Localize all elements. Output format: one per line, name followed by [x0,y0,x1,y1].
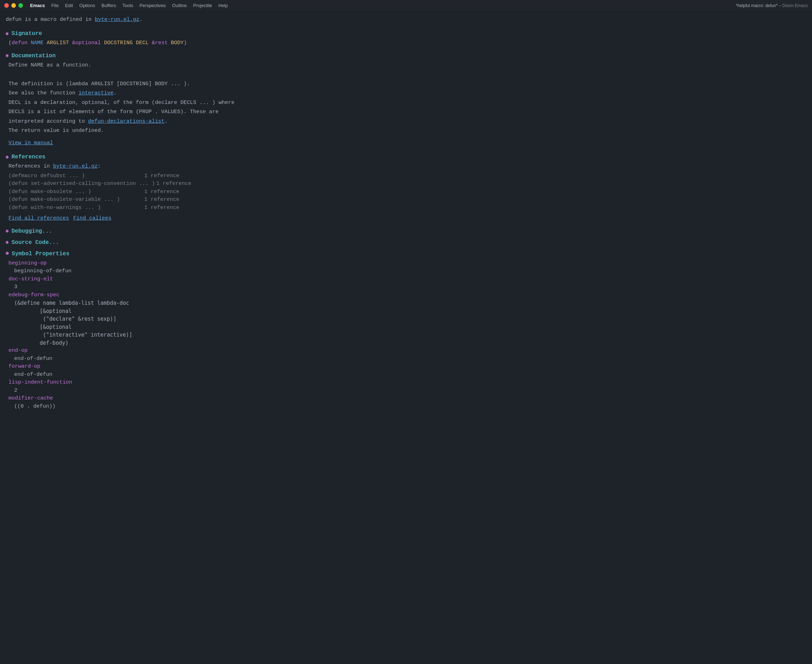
prop-value-6: ((0 . defun)) [6,403,419,411]
doc-para-4: DECL is a declaration, optional, of the … [6,99,419,107]
menu-bar: Emacs File Edit Options Buffers Tools Pe… [30,2,733,9]
menu-options[interactable]: Options [79,2,95,9]
debugging-bullet: ◉ [6,227,8,235]
source-code-bullet: ◉ [6,239,8,246]
view-manual-link[interactable]: View in manual [8,139,53,147]
file-link[interactable]: byte-run.el.gz [95,16,139,23]
signature-title: Signature [11,29,42,38]
prop-value-5: 2 [6,387,419,395]
references-file-line: References in byte-run.el.gz: [6,163,419,171]
menu-help[interactable]: Help [218,2,228,9]
traffic-lights [4,3,23,8]
buffer-name: *helpful macro: defun* [736,3,778,8]
interactive-link[interactable]: interactive [78,90,114,96]
menu-perspectives[interactable]: Perspectives [139,2,166,9]
prop-value-4: end-of-defun [6,371,419,379]
symbol-properties-bullet: ◉ [6,250,9,258]
menu-buffers[interactable]: Buffers [101,2,116,9]
doc-para-1: Define NAME as a function. [6,62,419,70]
defun-declarations-link[interactable]: defun-declarations-alist [88,119,164,124]
ref-code-4: (defun with-no-warnings ... ) [8,204,143,212]
doc-para-3: See also the function interactive. [6,90,419,98]
documentation-section: ◉ Documentation Define NAME as a functio… [6,52,419,149]
doc-para-7: The return value is undefined. [6,127,419,135]
documentation-title: Documentation [11,52,55,60]
table-row: (defun set-advertised-calling-convention… [6,180,419,188]
view-in-manual: View in manual [6,137,419,149]
maximize-button[interactable] [18,3,23,8]
doc-blank [6,71,419,79]
prop-name-4: forward-op [6,363,419,371]
signature-section: ◉ Signature (defun NAME ARGLIST &optiona… [6,29,419,47]
find-callees-link[interactable]: Find callees [73,215,111,223]
menu-outline[interactable]: Outline [172,2,187,9]
title-bar: Emacs File Edit Options Buffers Tools Pe… [0,0,812,12]
signature-code: (defun NAME ARGLIST &optional DOCSTRING … [6,39,419,47]
signature-bullet: ◉ [6,30,8,37]
table-row: (defun with-no-warnings ... ) 1 referenc… [6,204,419,212]
prop-name-6: modifier-cache [6,395,419,403]
ref-code-3: (defun make-obsolete-variable ... ) [8,196,143,204]
reference-links: Find all references Find callees [6,215,419,223]
references-bullet: ◉ [6,153,8,161]
menu-file[interactable]: File [51,2,59,9]
prop-value-0: beginning-of-defun [6,267,419,275]
prop-name-5: lisp-indent-function [6,379,419,387]
prop-value-2: (&define name lambda-list lambda-doc [&o… [6,299,419,347]
symbol-properties-title: Symbol Properties [12,250,69,258]
documentation-bullet: ◉ [6,52,8,59]
ref-count-4: 1 reference [144,204,179,212]
debugging-header: ◉ Debugging... [6,227,419,236]
references-header-row: ◉ References [6,153,419,161]
doc-para-5: DECLS is a list of elements of the form … [6,108,419,116]
signature-header: ◉ Signature [6,29,419,38]
ref-code-2: (defun make-obsolete ... ) [8,188,143,196]
header-line: defun is a macro defined in byte-run.el.… [6,16,419,24]
prop-name-2: edebug-form-spec [6,291,419,299]
doc-para-2: The definition is (lambda ARGLIST [DOCST… [6,80,419,88]
source-code-header: ◉ Source Code... [6,238,419,247]
table-row: (defmacro defsubst ... ) 1 reference [6,172,419,180]
ref-code-0: (defmacro defsubst ... ) [8,172,143,180]
close-button[interactable] [4,3,9,8]
ref-code-1: (defun set-advertised-calling-convention… [8,180,155,188]
source-code-section: ◉ Source Code... [6,238,419,247]
app-label: – Doom Emacs [779,3,808,8]
references-title: References [11,153,45,161]
source-code-title: Source Code... [11,238,59,247]
table-row: (defun make-obsolete ... ) 1 reference [6,188,419,196]
debugging-section: ◉ Debugging... [6,227,419,236]
table-row: (defun make-obsolete-variable ... ) 1 re… [6,196,419,204]
find-all-references-link[interactable]: Find all references [8,215,69,223]
doc-para-6: interpreted according to defun-declarati… [6,118,419,126]
minimize-button[interactable] [11,3,16,8]
main-content: defun is a macro defined in byte-run.el.… [0,12,425,419]
symbol-properties-section: ◉ Symbol Properties beginning-op beginni… [6,250,419,411]
prop-name-3: end-op [6,347,419,355]
menu-edit[interactable]: Edit [65,2,73,9]
header-suffix: . [139,16,143,23]
references-file-link[interactable]: byte-run.el.gz [53,163,98,169]
menu-emacs[interactable]: Emacs [30,2,45,9]
menu-tools[interactable]: Tools [122,2,133,9]
ref-count-2: 1 reference [144,188,179,196]
references-file-text: References in [8,163,53,169]
menu-projectile[interactable]: Projectile [193,2,212,9]
prop-name-0: beginning-op [6,260,419,268]
prop-name-1: doc-string-elt [6,275,419,283]
ref-count-1: 1 reference [156,180,191,188]
prop-value-3: end-of-defun [6,355,419,363]
prop-value-1: 3 [6,283,419,291]
references-section: ◉ References References in byte-run.el.g… [6,153,419,223]
header-text: defun is a macro defined in [6,16,95,23]
debugging-title: Debugging... [11,227,52,236]
title-right: *helpful macro: defun* – Doom Emacs [736,2,808,9]
references-colon: : [98,163,101,169]
ref-count-0: 1 reference [144,172,179,180]
documentation-header: ◉ Documentation [6,52,419,60]
ref-count-3: 1 reference [144,196,179,204]
symbol-properties-header: ◉ Symbol Properties [6,250,419,258]
